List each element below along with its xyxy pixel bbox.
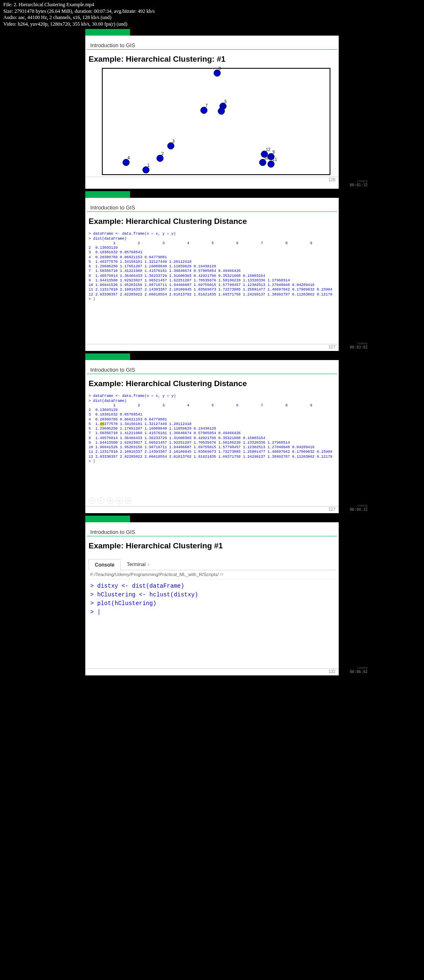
scatter-point-label: 10 <box>264 156 269 160</box>
terminal-tab[interactable]: Terminal× <box>120 559 156 570</box>
scatter-point-label: 3 <box>172 139 175 144</box>
distance-matrix-code-highlighted: > dataFrame <- data.frame(x = x, y = y) … <box>85 392 339 466</box>
watermark: Udemy <box>357 179 368 183</box>
page-number: 126 <box>328 178 335 182</box>
slide-4: Introduction to GIS Example: Hierarchica… <box>85 522 339 675</box>
timestamp: 00:06:02 <box>350 670 368 674</box>
watermark: Udemy <box>357 341 368 345</box>
slide-1-container: Introduction to GIS Example: Hierarchica… <box>85 29 339 189</box>
tool-icon[interactable]: ⊗ <box>116 497 123 504</box>
scatter-point-label: 9 <box>272 150 275 154</box>
file-metadata: File: 2. Hierarchical Clustering Example… <box>0 0 424 29</box>
scatter-point-label: 2 <box>161 151 164 156</box>
tool-icon[interactable]: ⊙ <box>89 497 95 504</box>
slide-title: Example: Hierarchical Clustering Distanc… <box>85 215 339 230</box>
watermark: Udemy <box>357 666 368 670</box>
slide-footer: 127 <box>85 344 339 351</box>
watermark: Udemy <box>357 504 368 507</box>
console-tabs: Console Terminal× <box>89 559 335 570</box>
code-pre: > dataFrame <- data.frame(x = x, y = y) … <box>89 394 312 426</box>
code-post: 377570 1.34156181 1.32127449 1.28112418 … <box>89 422 332 464</box>
close-icon[interactable]: × <box>147 562 150 567</box>
scatter-plot: 875632411291011 <box>102 68 330 175</box>
timestamp: 00:04:32 <box>350 507 368 512</box>
file-name-line: File: 2. Hierarchical Clustering Example… <box>3 2 421 8</box>
scatter-point-label: 12 <box>266 147 270 152</box>
file-video-line: Video: h264, yuv420p, 1280x720, 355 kb/s… <box>3 21 421 28</box>
page-number: 132 <box>328 669 335 674</box>
section-header: Introduction to GIS <box>87 528 337 536</box>
file-audio-line: Audio: aac, 44100 Hz, 2 channels, s16, 1… <box>3 14 421 21</box>
slide-footer: 127 <box>85 506 339 513</box>
green-bar-top <box>85 29 130 36</box>
slide-4-container: Introduction to GIS Example: Hierarchica… <box>85 516 339 675</box>
slide-footer: 132 <box>85 668 339 675</box>
page-number: 127 <box>328 345 335 349</box>
slide-1: Introduction to GIS Example: Hierarchica… <box>85 36 339 189</box>
scatter-point-label: 4 <box>128 156 130 160</box>
scatter-point-label: 11 <box>272 157 277 162</box>
tool-icon[interactable]: ✎ <box>98 497 104 504</box>
section-header: Introduction to GIS <box>87 41 337 50</box>
slide-title: Example: Hierarchical Clustering #1 <box>85 540 339 555</box>
green-bar-top <box>85 353 130 360</box>
slide-title: Example: Hierarchical Clustering: #1 <box>85 53 339 68</box>
section-header: Introduction to GIS <box>87 366 337 374</box>
slide-2-container: Introduction to GIS Example: Hierarchica… <box>85 191 339 351</box>
scatter-point-label: 1 <box>147 163 150 168</box>
timestamp: 00:01:32 <box>350 183 368 187</box>
tool-icon[interactable]: ⊕ <box>107 497 113 504</box>
section-header: Introduction to GIS <box>87 204 337 212</box>
file-size-line: Size: 27931478 bytes (26.64 MiB), durati… <box>3 8 421 15</box>
slide-title: Example: Hierarchical Clustering Distanc… <box>85 377 339 392</box>
scatter-point-label: 5 <box>224 99 227 104</box>
slide-3-container: Introduction to GIS Example: Hierarchica… <box>85 353 339 513</box>
scatter-point-label: 7 <box>205 103 208 108</box>
tool-icon[interactable]: ⊘ <box>125 497 132 504</box>
refresh-icon[interactable]: ⟳ <box>220 572 224 577</box>
toolbar-icons: ⊙ ✎ ⊕ ⊗ ⊘ <box>87 496 133 506</box>
green-bar-top <box>85 516 130 522</box>
green-bar-top <box>85 191 130 198</box>
page-number: 127 <box>328 507 335 512</box>
slide-footer: 126 <box>85 177 339 184</box>
scatter-point-label: 6 <box>223 104 225 109</box>
distance-matrix-code: > dataFrame <- data.frame(x = x, y = y) … <box>85 230 339 303</box>
slide-3: Introduction to GIS Example: Hierarchica… <box>85 360 339 513</box>
console-tab[interactable]: Console <box>89 559 120 570</box>
slide-2: Introduction to GIS Example: Hierarchica… <box>85 198 339 351</box>
timestamp: 00:03:02 <box>350 345 368 349</box>
scatter-point-label: 8 <box>219 66 221 71</box>
r-console-code: > distxy <- dist(dataFrame) > hClusterin… <box>85 579 339 619</box>
console-path: F:/Teaching/Udemy/Programming/Practical_… <box>85 570 339 579</box>
highlight: 46 <box>100 422 104 426</box>
